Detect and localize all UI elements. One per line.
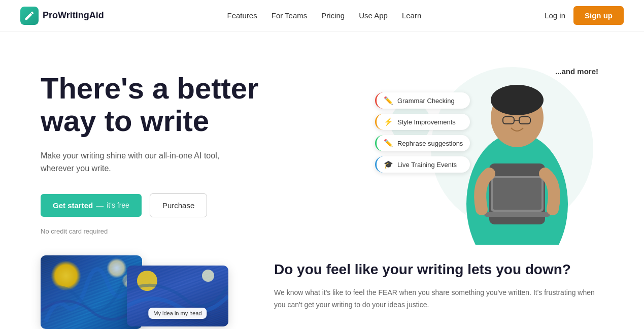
lower-section: My idea in my head Do you feel like your… bbox=[0, 255, 644, 329]
navbar-actions: Log in Sign up bbox=[545, 6, 624, 25]
hero-person bbox=[451, 62, 583, 245]
rephrase-icon: ✏️ bbox=[384, 139, 393, 148]
lower-title: Do you feel like your writing lets you d… bbox=[274, 260, 603, 279]
no-credit-label: No credit card required bbox=[41, 227, 259, 235]
person-illustration bbox=[451, 62, 583, 245]
feature-chips: ✏️ Grammar Checking ⚡ Style Improvements… bbox=[375, 92, 470, 173]
signup-button[interactable]: Sign up bbox=[573, 6, 624, 25]
svg-rect-8 bbox=[493, 178, 541, 210]
image-card-2: My idea in my head bbox=[127, 266, 228, 326]
nav-learn[interactable]: Learn bbox=[402, 11, 421, 20]
nav-links: Features For Teams Pricing Use App Learn bbox=[227, 11, 422, 20]
brand-name: ProWritingAid bbox=[43, 10, 104, 21]
grammar-icon: ✏️ bbox=[384, 96, 393, 105]
chip-training: 🎓 Live Training Events bbox=[375, 156, 470, 173]
svg-point-10 bbox=[137, 271, 157, 291]
hero-title: There's a better way to write bbox=[41, 72, 259, 137]
chip-grammar: ✏️ Grammar Checking bbox=[375, 92, 470, 109]
nav-for-teams[interactable]: For Teams bbox=[272, 11, 308, 20]
hero-visual: ...and more! ✏️ Grammar Checking ⚡ Style… bbox=[390, 62, 603, 235]
idea-bubble: My idea in my head bbox=[148, 308, 207, 319]
login-button[interactable]: Log in bbox=[545, 11, 565, 20]
nav-features[interactable]: Features bbox=[227, 11, 257, 20]
chip-style: ⚡ Style Improvements bbox=[375, 114, 470, 130]
more-label: ...and more! bbox=[555, 67, 598, 76]
svg-rect-9 bbox=[484, 212, 550, 217]
lower-desc: We know what it's like to feel the FEAR … bbox=[274, 287, 603, 311]
brand-logo[interactable]: ProWritingAid bbox=[20, 7, 104, 25]
hero-section: There's a better way to write Make your … bbox=[0, 31, 644, 255]
lower-images: My idea in my head bbox=[41, 255, 233, 329]
hero-content: There's a better way to write Make your … bbox=[41, 62, 259, 235]
svg-point-11 bbox=[202, 270, 214, 282]
navbar: ProWritingAid Features For Teams Pricing… bbox=[0, 0, 644, 31]
training-icon: 🎓 bbox=[384, 160, 393, 169]
style-icon: ⚡ bbox=[384, 117, 393, 126]
pen-icon bbox=[24, 10, 35, 21]
brand-logo-icon bbox=[20, 7, 39, 25]
chip-rephrase: ✏️ Rephrase suggestions bbox=[375, 135, 470, 151]
hero-subtitle: Make your writing shine with our all-in-… bbox=[41, 149, 233, 175]
lower-content: Do you feel like your writing lets you d… bbox=[274, 255, 603, 311]
nav-use-app[interactable]: Use App bbox=[359, 11, 388, 20]
nav-pricing[interactable]: Pricing bbox=[321, 11, 345, 20]
hero-buttons: Get started — it's free Purchase bbox=[41, 193, 259, 217]
purchase-button[interactable]: Purchase bbox=[150, 193, 207, 217]
get-started-button[interactable]: Get started — it's free bbox=[41, 194, 142, 217]
svg-point-2 bbox=[491, 85, 544, 115]
